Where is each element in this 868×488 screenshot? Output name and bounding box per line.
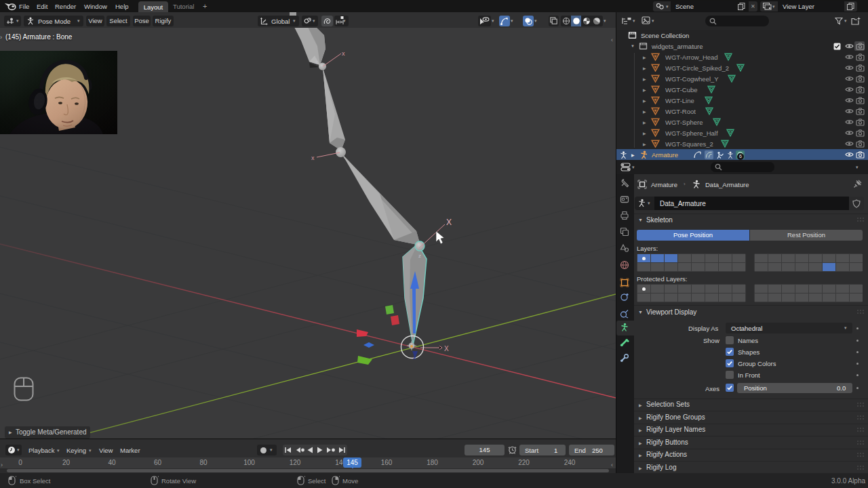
svg-text:z: z <box>418 253 421 259</box>
svg-text:x: x <box>342 50 345 57</box>
svg-text:z: z <box>315 59 318 65</box>
svg-text:Z: Z <box>413 354 416 361</box>
svg-text:X: X <box>446 218 452 227</box>
svg-text:X: X <box>444 345 449 352</box>
svg-text:x: x <box>311 155 315 161</box>
